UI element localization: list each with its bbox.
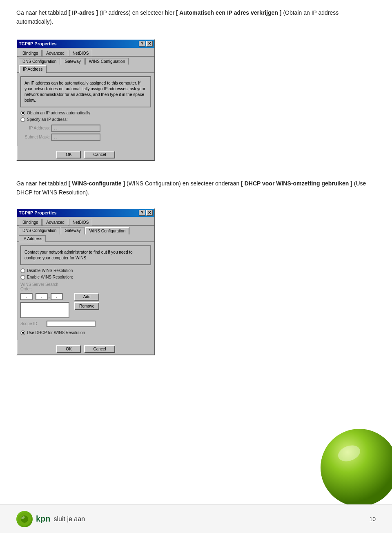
dialog2-tab-ipaddress[interactable]: IP Address (19, 235, 46, 242)
dialog2-wins-ip-and-list: . . . . . (20, 293, 69, 318)
kpn-slogan-text: sluit je aan (54, 515, 85, 523)
dialog2-scope-input[interactable] (47, 321, 96, 327)
dialog2-radio2-text: Enable WINS Resolution: (27, 275, 73, 279)
intro-text-1: Ga naar het tabblad (16, 9, 67, 16)
svg-point-3 (21, 515, 28, 523)
dialog2-close-button[interactable]: ✕ (146, 210, 153, 216)
dialog1-tabs-row2: DNS Configuration Gateway WINS Configura… (17, 57, 154, 73)
dialog2-titlebar-buttons: ? ✕ (139, 210, 153, 216)
dialog1-wrapper: TCP/IP Properties ? ✕ Bindings Advanced … (16, 39, 155, 161)
dialog2-tab-advanced[interactable]: Advanced (42, 219, 68, 225)
dialog1-tab-gateway[interactable]: Gateway (61, 58, 84, 65)
dialog2-wins-dot1: . (33, 294, 35, 299)
page-number: 10 (369, 516, 376, 522)
dialog2-ok-button[interactable]: OK (56, 345, 81, 353)
dialog2-radio1[interactable] (20, 268, 25, 273)
dialog1-tab-bindings[interactable]: Bindings (19, 50, 42, 56)
intro-text-1b: (IP address) en selecteer hier (100, 9, 174, 16)
dialog1-titlebar-buttons: ? ✕ (139, 41, 153, 47)
dialog1-ip-row: IP Address: . . . (20, 125, 151, 132)
footer: kpn sluit je aan 10 (0, 504, 392, 533)
dialog2-body-text: Contact your network administrator to fi… (24, 250, 133, 260)
kpn-brand-text: kpn (36, 514, 51, 524)
dialog2-help-button[interactable]: ? (139, 210, 145, 216)
dialog1-help-button[interactable]: ? (139, 41, 145, 47)
dialog1-tab-ipaddress[interactable]: IP Address (19, 65, 47, 73)
kpn-logo-icon (16, 511, 33, 527)
dialog1-tab-advanced[interactable]: Advanced (42, 50, 68, 56)
intro-bold-2: [ Automatisch een IP adres verkrijgen ] (176, 9, 281, 16)
dialog1-subnet-input[interactable]: . . . (51, 134, 100, 141)
dialog2-body: Contact your network administrator to fi… (17, 242, 154, 340)
dialog1-info-box: An IP address can be automatically assig… (20, 76, 151, 107)
dialog1-radio1-text: Obtain an IP address automatically (27, 111, 90, 115)
dialog2-wins-server-section: WINS Server Search Order: . . . . . (20, 282, 151, 318)
dialog2-wins-inputs-row: . . . . . Add (20, 293, 151, 318)
dialog1-cancel-button[interactable]: Cancel (84, 151, 115, 158)
dialog2-info-box: Contact your network administrator to fi… (20, 245, 151, 265)
dialog2-radio3-container: Use DHCP for WINS Resolution (20, 330, 151, 335)
dialog1-tab-wins[interactable]: WINS Configuration (85, 58, 129, 65)
dialog2-wins-ip-box2[interactable]: . (36, 293, 48, 300)
dialog1-tab-dns[interactable]: DNS Configuration (19, 58, 60, 65)
dialog1-tabs-row1: Bindings Advanced NetBIOS (17, 48, 154, 57)
footer-logo: kpn sluit je aan (16, 511, 85, 527)
mid-paragraph: Ga naar het tabblad [ WINS-configuratie … (16, 179, 376, 197)
dialog2-wins-ip-box1[interactable]: . (20, 293, 33, 300)
dialog1-close-button[interactable]: ✕ (146, 41, 153, 47)
dialog1-radio-group: Obtain an IP address automatically Speci… (20, 111, 151, 122)
dialog2-tab-netbios[interactable]: NetBIOS (69, 219, 92, 225)
dialog1-titlebar: TCP/IP Properties ? ✕ (17, 40, 154, 48)
dialog2-remove-button[interactable]: Remove (74, 302, 99, 310)
dialog2-radio-group: Disable WINS Resolution Enable WINS Reso… (20, 268, 151, 280)
dialog2-wins-buttons: Add Remove (74, 293, 99, 310)
dialog1-buttons: OK Cancel (17, 149, 154, 160)
dialog1-body: An IP address can be automatically assig… (17, 73, 154, 146)
mid-text-1b: (WINS Configuration) en selecteer ondera… (127, 180, 239, 187)
dialog1-radio1[interactable] (20, 111, 25, 116)
dialog2-wrapper: TCP/IP Properties ? ✕ Bindings Advanced … (16, 208, 155, 355)
dialog2-cancel-button[interactable]: Cancel (84, 345, 115, 353)
dialog2-add-button[interactable]: Add (74, 293, 99, 301)
dialog2-title: TCP/IP Properties (19, 210, 57, 215)
dialog2-radio3-label[interactable]: Use DHCP for WINS Resolution (20, 330, 151, 335)
dialog2-tab-dns[interactable]: DNS Configuration (19, 227, 60, 234)
mid-text-1: Ga naar het tabblad (16, 180, 67, 187)
dialog1: TCP/IP Properties ? ✕ Bindings Advanced … (16, 39, 155, 161)
dialog1-radio1-label[interactable]: Obtain an IP address automatically (20, 111, 151, 116)
decorative-sphere (318, 427, 392, 508)
dialog1-section: TCP/IP Properties ? ✕ Bindings Advanced … (16, 35, 376, 171)
kpn-logo-svg (17, 512, 32, 526)
dialog2-wins-list-box[interactable] (20, 302, 69, 318)
dialog2-tabs-row2: DNS Configuration Gateway WINS Configura… (17, 226, 154, 242)
dialog2-radio2-label[interactable]: Enable WINS Resolution: (20, 275, 151, 280)
dialog2-wins-ip-row: . . . . . (20, 293, 69, 300)
dialog1-ip-input[interactable]: . . . (51, 125, 100, 132)
dialog2: TCP/IP Properties ? ✕ Bindings Advanced … (16, 208, 155, 355)
intro-bold-1: [ IP-adres ] (69, 9, 98, 16)
dialog2-scope-row: Scope ID: (20, 321, 151, 327)
dialog2-tab-gateway[interactable]: Gateway (61, 227, 84, 234)
dialog1-ip-label: IP Address: (20, 126, 50, 130)
dialog1-tab-netbios[interactable]: NetBIOS (69, 50, 92, 56)
dialog2-section: TCP/IP Properties ? ✕ Bindings Advanced … (16, 204, 376, 365)
dialog2-radio3-text: Use DHCP for WINS Resolution (27, 330, 85, 335)
dialog2-tabs-row1: Bindings Advanced NetBIOS (17, 217, 154, 226)
dialog2-wins-ip-box3[interactable]: . (51, 293, 63, 300)
dialog1-ok-button[interactable]: OK (56, 151, 81, 158)
dialog2-scope-label: Scope ID: (20, 321, 45, 326)
sphere-svg (318, 427, 392, 508)
dialog2-radio2[interactable] (20, 275, 25, 280)
dialog1-subnet-dots: . . . (54, 135, 60, 139)
dialog1-radio2[interactable] (20, 117, 25, 122)
dialog2-radio3[interactable] (20, 330, 25, 335)
dialog2-tab-bindings[interactable]: Bindings (19, 219, 42, 225)
dialog1-radio2-text: Specify an IP address: (27, 117, 68, 122)
dialog2-tab-wins[interactable]: WINS Configuration (85, 227, 129, 234)
intro-paragraph-1: Ga naar het tabblad [ IP-adres ] (IP add… (16, 8, 376, 27)
dialog1-subnet-label: Subnet Mask: (20, 135, 50, 139)
dialog2-radio1-label[interactable]: Disable WINS Resolution (20, 268, 151, 273)
dialog1-radio2-label[interactable]: Specify an IP address: (20, 117, 151, 122)
dialog2-buttons: OK Cancel (17, 343, 154, 355)
dialog2-radio1-text: Disable WINS Resolution (27, 268, 73, 273)
